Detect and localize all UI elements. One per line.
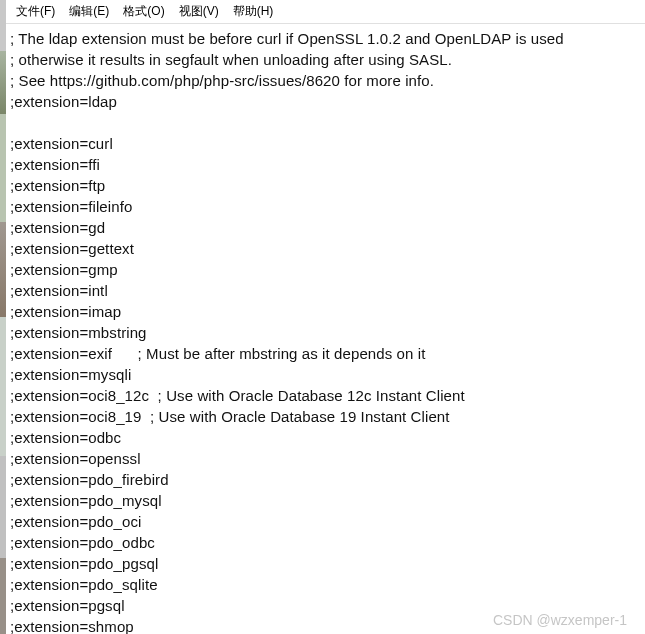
editor-line[interactable]: ;extension=pdo_pgsql xyxy=(10,553,645,574)
editor-line[interactable] xyxy=(10,112,645,133)
editor-line[interactable]: ;extension=openssl xyxy=(10,448,645,469)
menubar: 文件(F) 编辑(E) 格式(O) 视图(V) 帮助(H) xyxy=(0,0,645,24)
editor-line[interactable]: ;extension=imap xyxy=(10,301,645,322)
menu-format[interactable]: 格式(O) xyxy=(117,2,170,21)
editor-line[interactable]: ;extension=mbstring xyxy=(10,322,645,343)
editor-line[interactable]: ;extension=pdo_sqlite xyxy=(10,574,645,595)
editor-line[interactable]: ;extension=oci8_19 ; Use with Oracle Dat… xyxy=(10,406,645,427)
menu-view[interactable]: 视图(V) xyxy=(173,2,225,21)
editor-line[interactable]: ;extension=ffi xyxy=(10,154,645,175)
editor-line[interactable]: ;extension=ldap xyxy=(10,91,645,112)
editor-line[interactable]: ;extension=intl xyxy=(10,280,645,301)
editor-line[interactable]: ;extension=mysqli xyxy=(10,364,645,385)
editor-line[interactable]: ;extension=gmp xyxy=(10,259,645,280)
editor-line[interactable]: ;extension=gd xyxy=(10,217,645,238)
editor-line[interactable]: ; The ldap extension must be before curl… xyxy=(10,28,645,49)
editor-line[interactable]: ;extension=exif ; Must be after mbstring… xyxy=(10,343,645,364)
editor-line[interactable]: ;extension=fileinfo xyxy=(10,196,645,217)
editor-line[interactable]: ;extension=pdo_mysql xyxy=(10,490,645,511)
editor-line[interactable]: ;extension=ftp xyxy=(10,175,645,196)
menu-file[interactable]: 文件(F) xyxy=(10,2,61,21)
editor-line[interactable]: ;extension=pdo_odbc xyxy=(10,532,645,553)
editor-line[interactable]: ;extension=gettext xyxy=(10,238,645,259)
editor-line[interactable]: ;extension=oci8_12c ; Use with Oracle Da… xyxy=(10,385,645,406)
menu-edit[interactable]: 编辑(E) xyxy=(63,2,115,21)
editor-line[interactable]: ;extension=odbc xyxy=(10,427,645,448)
desktop-sliver xyxy=(0,0,6,634)
editor-line[interactable]: ;extension=pdo_firebird xyxy=(10,469,645,490)
editor-line[interactable]: ;extension=curl xyxy=(10,133,645,154)
editor-line[interactable]: ; otherwise it results in segfault when … xyxy=(10,49,645,70)
text-editor-area[interactable]: ; The ldap extension must be before curl… xyxy=(0,24,645,634)
watermark: CSDN @wzxemper-1 xyxy=(493,612,627,628)
editor-line[interactable]: ;extension=pdo_oci xyxy=(10,511,645,532)
editor-line[interactable]: ; See https://github.com/php/php-src/iss… xyxy=(10,70,645,91)
menu-help[interactable]: 帮助(H) xyxy=(227,2,280,21)
